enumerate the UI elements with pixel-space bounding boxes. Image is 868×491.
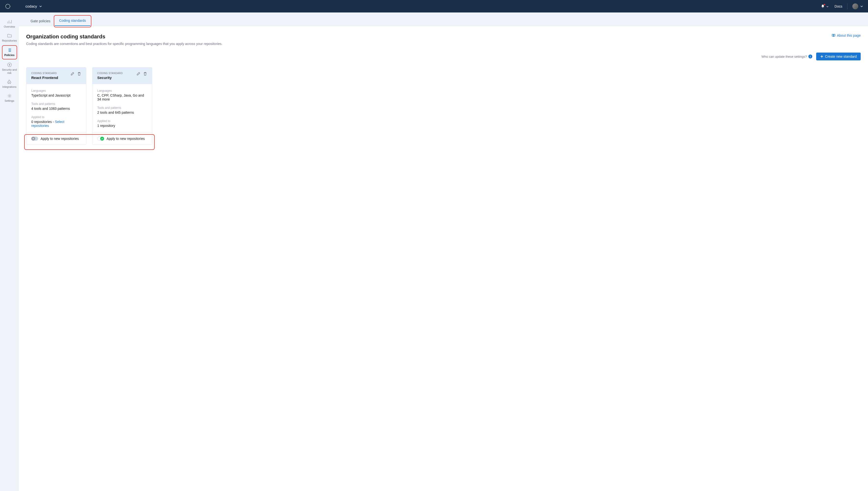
svg-point-2: [9, 95, 10, 96]
tabs-bar: Gate policies Coding standards: [19, 12, 868, 26]
gear-icon: [7, 93, 12, 98]
applied-value: 0 repositories - Select repositories: [31, 120, 81, 128]
sidebar-item-label: Policies: [4, 54, 15, 57]
sidebar-item-policies[interactable]: Policies: [2, 45, 17, 59]
sidebar-item-settings[interactable]: Settings: [2, 91, 17, 105]
chevron-down-icon: [39, 5, 42, 8]
toggle-label: Apply to new repositories: [40, 137, 79, 141]
sidebar-item-repositories[interactable]: Repositories: [2, 31, 17, 44]
list-icon: [7, 48, 12, 53]
who-can-update[interactable]: Who can update these settings? i: [762, 55, 812, 58]
sidebar-item-label: Settings: [5, 99, 14, 103]
main: Gate policies Coding standards Organizat…: [19, 12, 868, 491]
org-name-label: codacy: [25, 4, 37, 8]
check-icon: [101, 138, 103, 140]
trash-icon[interactable]: [143, 72, 147, 76]
field-label: Languages: [31, 89, 81, 92]
notification-dot: [824, 4, 825, 5]
tab-gate-policies[interactable]: Gate policies: [26, 16, 55, 26]
field-label: Languages: [97, 89, 147, 92]
chevron-down-icon: [860, 5, 863, 8]
sidebar-item-security[interactable]: Security and risk: [2, 60, 17, 77]
dollar-circle-icon: [7, 62, 12, 67]
divider: [847, 3, 847, 9]
field-label: Tools and patterns: [97, 106, 147, 110]
tab-coding-standards[interactable]: Coding standards: [55, 16, 90, 26]
trash-icon[interactable]: [77, 72, 81, 76]
card-title: React Frontend: [31, 76, 58, 80]
card-title: Security: [97, 76, 123, 80]
svg-point-0: [6, 4, 10, 8]
puzzle-icon: [7, 80, 12, 84]
notifications-button[interactable]: [821, 4, 825, 8]
chevron-down-icon: [826, 5, 829, 8]
sidebar-item-label: Security and risk: [2, 68, 17, 75]
field-label: Tools and patterns: [31, 102, 81, 106]
topbar: codacy Docs: [0, 0, 868, 12]
plus-icon: [820, 55, 824, 58]
toggle-label: Apply to new repositories: [106, 137, 145, 141]
tools-value: 4 tools and 1083 patterns: [31, 107, 81, 111]
about-page-link[interactable]: About this page: [832, 33, 861, 37]
sidebar-item-label: Repositories: [2, 39, 17, 42]
sidebar-item-label: Integrations: [2, 85, 17, 88]
card-badge: CODING STANDARD: [31, 72, 58, 75]
book-icon: [832, 33, 836, 37]
sidebar-item-overview[interactable]: Overview: [2, 17, 17, 30]
about-label: About this page: [837, 33, 861, 37]
languages-value: C, CPP, CSharp, Java, Go and 34 more: [97, 93, 147, 101]
edit-icon[interactable]: [70, 72, 74, 76]
applied-value: 1 repository: [97, 124, 147, 128]
avatar: [852, 3, 858, 9]
docs-link[interactable]: Docs: [835, 4, 842, 8]
standard-card: CODING STANDARD Security Languages C, CP…: [92, 67, 152, 145]
languages-value: TypeScript and Javascript: [31, 93, 81, 97]
field-label: Applied to: [31, 115, 81, 119]
apply-new-repos-toggle[interactable]: [97, 137, 104, 141]
folder-icon: [7, 33, 12, 38]
sidebar: Overview Repositories Policies Security …: [0, 12, 19, 491]
standard-card: CODING STANDARD React Frontend Languages…: [26, 67, 86, 145]
org-selector[interactable]: codacy: [25, 4, 42, 8]
sidebar-item-label: Overview: [4, 25, 15, 28]
sidebar-item-integrations[interactable]: Integrations: [2, 78, 17, 90]
create-button-label: Create new standard: [825, 55, 857, 58]
info-icon: i: [808, 55, 812, 58]
apply-new-repos-toggle[interactable]: [31, 137, 38, 141]
field-label: Applied to: [97, 119, 147, 123]
card-badge: CODING STANDARD: [97, 72, 123, 75]
page-subtitle: Coding standards are conventions and bes…: [26, 42, 222, 46]
create-standard-button[interactable]: Create new standard: [816, 53, 861, 60]
x-icon: [32, 138, 34, 140]
tools-value: 2 tools and 645 patterns: [97, 111, 147, 114]
edit-icon[interactable]: [136, 72, 140, 76]
page-title: Organization coding standards: [26, 33, 222, 40]
chart-icon: [7, 19, 12, 24]
logo: [5, 3, 11, 9]
user-menu[interactable]: [852, 3, 863, 9]
